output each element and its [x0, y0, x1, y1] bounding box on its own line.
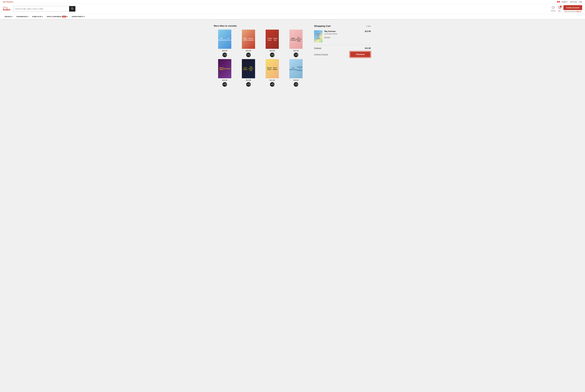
cart-actions: Continue shopping Checkout [314, 51, 371, 58]
book-item: marian keyesGrown Ups $14.99 [261, 30, 283, 57]
book-item: BEACH READEMILY HENRY $11.99 [261, 59, 283, 87]
cart-button[interactable]: 1 Cart [558, 6, 561, 12]
search-input[interactable] [14, 6, 69, 12]
nav-ebooks-chevron: ▾ [12, 16, 13, 18]
cart-item-price: $13.99 [365, 30, 371, 32]
language-chevron: ▾ [567, 1, 568, 3]
book-cover-image: KEVIN KWANSexyVanity [218, 59, 231, 78]
add-to-cart-button[interactable] [222, 53, 227, 57]
create-account-button[interactable]: Create account [563, 5, 582, 10]
book-item: EMMA STRAUBALL ADULTS HERE $16.99 [285, 30, 307, 57]
language-selector[interactable]: English ▾ [561, 1, 568, 3]
book-price: $14.99 [270, 50, 275, 52]
book-price: $11.99 [270, 79, 275, 81]
nav-apps[interactable]: APPS & eREADERS SALE ▾ [45, 14, 70, 19]
add-to-cart-button[interactable] [294, 82, 298, 87]
book-item: KEVIN KWANSexyVanity $16.99 [214, 59, 236, 87]
book-cover-image: EMILY GIFFINthe lies that bind [242, 30, 255, 49]
header: Rakuten kobo Wishlist [0, 4, 585, 14]
book-cover[interactable]: BEACH READEMILY HENRY [266, 59, 279, 78]
search-bar [13, 6, 76, 12]
header-actions: Wishlist 1 Cart Create account Have an a… [551, 5, 582, 12]
nav-ebooks-label: eBOOKS [5, 16, 11, 18]
top-bar: Earn Rewards 🇨🇦 English ▾ Gift Cards Hel… [0, 0, 585, 4]
add-to-cart-button[interactable] [246, 82, 251, 87]
checkout-button[interactable]: Checkout [350, 51, 371, 58]
continue-shopping-link[interactable]: Continue shopping [314, 54, 328, 56]
cart-item-details: Big Summer by Jennifer Weiner Remove [325, 30, 363, 42]
subtotal-row: Subtotal $13.99 [314, 47, 371, 50]
cart-badge: 1 [560, 6, 562, 8]
book-cover-image: marian keyesGrown Ups [266, 30, 279, 49]
help-link[interactable]: Help [579, 1, 582, 3]
books-grid: Elin Hilderbrand28 Summers $18.99 EMILY … [214, 30, 307, 87]
language-label: English [561, 1, 567, 3]
flag-icon: 🇨🇦 [557, 0, 560, 3]
book-cover-image: Elin HilderbrandTroubles in Paradise [289, 59, 303, 78]
book-cover-image: LUCY FOLEYTHE GUEST LIST [242, 59, 255, 78]
book-cover[interactable]: EMILY GIFFINthe lies that bind [242, 30, 255, 49]
book-price: $18.99 [222, 50, 227, 52]
nav-koboplus-label: KOBO PLUS [32, 16, 41, 18]
left-panel: More titles to consider Elin Hilderbrand… [211, 22, 309, 89]
book-cover-image: BEACH READEMILY HENRY [266, 59, 279, 78]
nav-superpoints[interactable]: SUPER POINTS ▾ [70, 14, 86, 19]
book-item: Elin Hilderbrand28 Summers $18.99 [214, 30, 236, 57]
logo-kobo: kobo [3, 8, 10, 11]
book-item: LUCY FOLEYTHE GUEST LIST $14.99 [237, 59, 259, 87]
add-to-cart-button[interactable] [270, 53, 274, 57]
cart-book-image: Jennifer Weiner Big Summer [314, 30, 323, 42]
search-icon [71, 7, 73, 10]
book-cover[interactable]: marian keyesGrown Ups [266, 30, 279, 49]
have-account-text: Have an account? [564, 11, 576, 12]
logo[interactable]: Rakuten kobo [3, 6, 10, 11]
book-cover-image: Elin Hilderbrand28 Summers [218, 30, 231, 49]
nav-ebooks[interactable]: eBOOKS ▾ [3, 14, 14, 19]
nav-koboplus-chevron: ▾ [42, 16, 43, 18]
add-to-cart-button[interactable] [222, 82, 227, 87]
cart-title: Shopping Cart [314, 25, 331, 28]
nav-koboplus[interactable]: KOBO PLUS ▾ [31, 14, 44, 19]
cart-footer: Subtotal $13.99 Continue shopping Checko… [314, 45, 371, 58]
account-section: Create account Have an account? Sign in [563, 5, 582, 12]
cart-count: 1 item [366, 25, 371, 27]
cart-icon-wrap: 1 [558, 6, 561, 10]
nav-superpoints-label: SUPER POINTS [72, 16, 83, 18]
heart-icon [552, 6, 555, 10]
add-to-cart-button[interactable] [246, 53, 251, 57]
book-cover[interactable]: Elin HilderbrandTroubles in Paradise [289, 59, 303, 78]
cart-label: Cart [558, 10, 561, 12]
earn-rewards: Earn Rewards [3, 1, 13, 3]
cart-item-author: by Jennifer Weiner [325, 33, 363, 35]
book-price: $16.99 [222, 79, 227, 81]
book-cover-image: EMMA STRAUBALL ADULTS HERE [289, 30, 303, 49]
book-cover[interactable]: KEVIN KWANSexyVanity [218, 59, 231, 78]
add-to-cart-button[interactable] [270, 82, 274, 87]
cart-header: Shopping Cart 1 item [314, 25, 371, 28]
right-panel: Shopping Cart 1 item Jennifer Weiner Big… [311, 22, 374, 89]
book-item: EMILY GIFFINthe lies that bind $16.99 [237, 30, 259, 57]
section-title: More titles to consider [214, 25, 307, 27]
svg-line-1 [73, 9, 73, 10]
nav-audiobooks-chevron: ▾ [28, 16, 28, 18]
sale-badge: SALE [62, 16, 67, 18]
nav-audiobooks-label: AUDIOBOOKS [16, 16, 27, 18]
sign-in-section: Have an account? Sign in [563, 11, 582, 12]
book-cover[interactable]: LUCY FOLEYTHE GUEST LIST [242, 59, 255, 78]
wishlist-button[interactable]: Wishlist [551, 6, 555, 12]
book-item: Elin HilderbrandTroubles in Paradise $18… [285, 59, 307, 87]
nav-audiobooks[interactable]: AUDIOBOOKS ▾ [15, 14, 30, 19]
nav-bar: eBOOKS ▾ AUDIOBOOKS ▾ KOBO PLUS ▾ APPS &… [0, 14, 585, 20]
book-price: $16.99 [246, 50, 251, 52]
sign-in-link[interactable]: Sign in [576, 11, 581, 12]
book-price: $14.99 [246, 79, 251, 81]
subtotal-label: Subtotal [314, 47, 321, 50]
search-button[interactable] [69, 6, 75, 12]
remove-link[interactable]: Remove [325, 36, 330, 38]
cart-book-cover: Jennifer Weiner Big Summer [314, 30, 323, 42]
book-price: $18.99 [294, 79, 299, 81]
book-cover[interactable]: EMMA STRAUBALL ADULTS HERE [289, 30, 303, 49]
add-to-cart-button[interactable] [294, 53, 298, 57]
book-cover[interactable]: Elin Hilderbrand28 Summers [218, 30, 231, 49]
gift-cards-link[interactable]: Gift Cards [570, 1, 577, 3]
